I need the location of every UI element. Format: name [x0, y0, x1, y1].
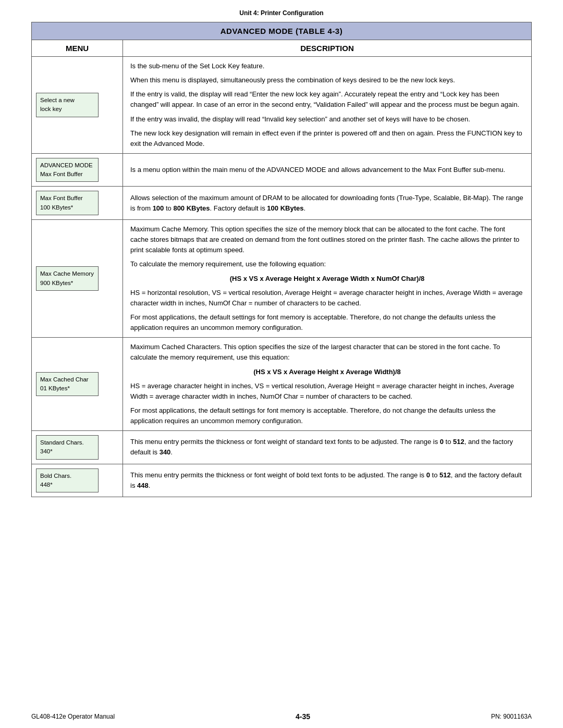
table-row: Max Cached Char01 KBytes*Maximum Cached … — [32, 338, 532, 431]
table-row: Select a newlock keyIs the sub-menu of t… — [32, 57, 532, 154]
page-header: Unit 4: Printer Configuration — [0, 0, 563, 22]
menu-line: Max Cache Memory — [40, 269, 94, 278]
col-header-row: MENU DESCRIPTION — [32, 40, 532, 57]
inline-bold: 100 KBytes — [267, 204, 303, 212]
table-row: Bold Chars.448*This menu entry permits t… — [32, 464, 532, 497]
inline-bold: 512 — [439, 471, 451, 479]
page-wrapper: ADVANCED MODE (TABLE 4-3) MENU DESCRIPTI… — [0, 22, 563, 707]
desc-cell-6: This menu entry permits the thickness or… — [123, 464, 532, 497]
desc-paragraph: HS = horizontal resolution, VS = vertica… — [130, 288, 524, 309]
desc-paragraph: (HS x VS x Average Height x Average Widt… — [130, 274, 524, 284]
inline-bold: 340 — [160, 448, 171, 456]
desc-cell-5: This menu entry permits the thickness or… — [123, 431, 532, 464]
menu-box-1: ADVANCED MODEMax Font Buffer — [36, 158, 99, 182]
menu-cell-4: Max Cached Char01 KBytes* — [32, 338, 123, 431]
table-row: Standard Chars.340*This menu entry permi… — [32, 431, 532, 464]
menu-box-0: Select a newlock key — [36, 93, 99, 117]
footer-left: GL408-412e Operator Manual — [31, 713, 115, 720]
main-table: ADVANCED MODE (TABLE 4-3) MENU DESCRIPTI… — [31, 22, 532, 497]
desc-paragraph: This menu entry permits the thickness or… — [130, 437, 524, 458]
table-title: ADVANCED MODE (TABLE 4-3) — [32, 22, 532, 40]
desc-paragraph: For most applications, the default setti… — [130, 405, 524, 426]
desc-paragraph: When this menu is displayed, simultaneou… — [130, 75, 524, 85]
menu-line: 340* — [40, 447, 94, 456]
desc-paragraph: Is the sub-menu of the Set Lock Key feat… — [130, 61, 524, 71]
header-text: Unit 4: Printer Configuration — [239, 9, 323, 17]
desc-paragraph: If the entry is valid, the display will … — [130, 89, 524, 110]
menu-cell-3: Max Cache Memory900 KBytes* — [32, 219, 123, 337]
desc-cell-3: Maximum Cache Memory. This option specif… — [123, 219, 532, 337]
desc-paragraph: Maximum Cached Characters. This option s… — [130, 342, 524, 363]
inline-bold: 800 KBytes — [173, 204, 210, 212]
footer-center: 4-35 — [296, 712, 310, 721]
inline-bold: 0 — [440, 438, 444, 446]
menu-line: 900 KBytes* — [40, 279, 94, 288]
menu-line: Select a new — [40, 96, 94, 105]
menu-box-2: Max Font Buffer100 KBytes* — [36, 191, 99, 215]
menu-box-4: Max Cached Char01 KBytes* — [36, 372, 99, 397]
menu-cell-2: Max Font Buffer100 KBytes* — [32, 187, 123, 220]
desc-paragraph: (HS x VS x Average Height x Average Widt… — [130, 367, 524, 377]
menu-line: Standard Chars. — [40, 438, 94, 447]
menu-cell-1: ADVANCED MODEMax Font Buffer — [32, 153, 123, 187]
menu-line: 100 KBytes* — [40, 203, 94, 212]
menu-cell-6: Bold Chars.448* — [32, 464, 123, 497]
footer-right: PN: 9001163A — [491, 713, 532, 720]
inline-bold: 448 — [137, 482, 149, 489]
inline-bold: 100 — [153, 204, 164, 212]
inline-bold: 512 — [453, 438, 464, 446]
menu-line: Max Cached Char — [40, 375, 94, 384]
desc-paragraph: The new lock key designation will remain… — [130, 128, 524, 149]
desc-paragraph: For most applications, the default setti… — [130, 312, 524, 333]
desc-paragraph: Is a menu option within the main menu of… — [130, 165, 524, 175]
col-header-menu: MENU — [32, 40, 123, 57]
menu-cell-0: Select a newlock key — [32, 57, 123, 154]
desc-cell-4: Maximum Cached Characters. This option s… — [123, 338, 532, 431]
menu-cell-5: Standard Chars.340* — [32, 431, 123, 464]
desc-paragraph: If the entry was invalid, the display wi… — [130, 114, 524, 125]
menu-box-5: Standard Chars.340* — [36, 435, 99, 460]
desc-cell-2: Allows selection of the maximum amount o… — [123, 187, 532, 220]
menu-line: Bold Chars. — [40, 472, 94, 480]
menu-line: ADVANCED MODE — [40, 161, 94, 170]
desc-paragraph: Allows selection of the maximum amount o… — [130, 193, 524, 214]
table-title-row: ADVANCED MODE (TABLE 4-3) — [32, 22, 532, 40]
table-row: Max Font Buffer100 KBytes*Allows selecti… — [32, 187, 532, 220]
table-row: Max Cache Memory900 KBytes*Maximum Cache… — [32, 219, 532, 337]
table-row: ADVANCED MODEMax Font BufferIs a menu op… — [32, 153, 532, 187]
desc-paragraph: To calculate the memory requirement, use… — [130, 259, 524, 269]
desc-paragraph: This menu entry permits the thickness or… — [130, 470, 524, 491]
desc-paragraph: HS = average character height in inches,… — [130, 381, 524, 402]
desc-cell-1: Is a menu option within the main menu of… — [123, 153, 532, 187]
col-header-desc: DESCRIPTION — [123, 40, 532, 57]
menu-box-6: Bold Chars.448* — [36, 468, 99, 493]
inline-bold: 0 — [426, 471, 430, 479]
menu-line: 01 KBytes* — [40, 384, 94, 393]
menu-line: Max Font Buffer — [40, 194, 94, 203]
menu-line: 448* — [40, 480, 94, 489]
desc-paragraph: Maximum Cache Memory. This option specif… — [130, 224, 524, 255]
menu-box-3: Max Cache Memory900 KBytes* — [36, 266, 99, 291]
menu-line: Max Font Buffer — [40, 170, 94, 179]
page-footer: GL408-412e Operator Manual 4-35 PN: 9001… — [0, 707, 563, 728]
desc-cell-0: Is the sub-menu of the Set Lock Key feat… — [123, 57, 532, 154]
menu-line: lock key — [40, 105, 94, 114]
